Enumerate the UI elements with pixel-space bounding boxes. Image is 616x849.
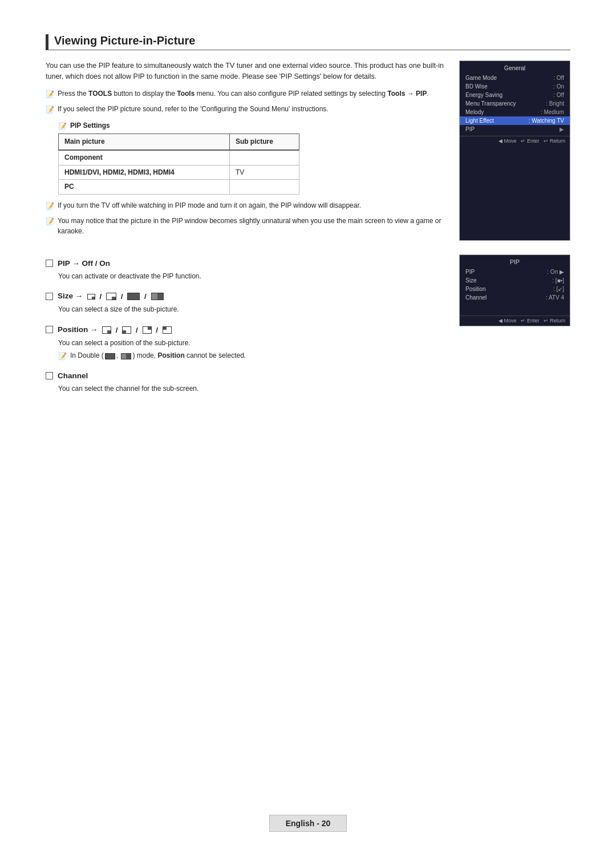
note-icon-2: 📝 — [46, 104, 54, 115]
note-sound: 📝 If you select the PIP picture sound, r… — [46, 104, 448, 115]
position-section: Position → / / / You can s — [46, 325, 448, 362]
pip-off-on-desc: You can activate or deactivate the PIP f… — [58, 271, 448, 282]
pip-menu-screenshot: PIP PIP: On ▶ Size: [■▪] Position: [↙] C… — [459, 254, 570, 326]
table-row: Component — [59, 150, 299, 165]
note-pip-unnatural: 📝 You may notice that the picture in the… — [46, 216, 448, 236]
footer-badge: English - 20 — [269, 815, 347, 832]
size-icon-large-double2 — [151, 293, 164, 300]
pip-menu-item-position: Position: [↙] — [460, 285, 570, 293]
menu-item-pip: PIP▶ — [460, 125, 570, 134]
size-icon-large-double1 — [127, 293, 140, 300]
size-icons: / / / — [87, 292, 164, 301]
table-cell-empty2 — [229, 180, 299, 195]
pip-settings-label: 📝 PIP Settings — [58, 120, 448, 132]
checkbox-icon-2 — [46, 293, 53, 300]
pos-icon-br — [102, 326, 111, 334]
position-icons: / / / — [102, 326, 172, 334]
channel-section: Channel You can select the channel for t… — [46, 371, 448, 394]
footer: English - 20 — [0, 815, 616, 832]
pip-menu-title: PIP — [460, 258, 570, 265]
position-note-text: In Double (, ) mode, Position cannot be … — [70, 350, 246, 361]
pip-menu-item-size: Size: [■▪] — [460, 276, 570, 285]
pip-settings-table: Main picture Sub picture Component HDMI1… — [58, 134, 299, 194]
note-icon-4: 📝 — [46, 201, 54, 211]
pip-menu-item-channel: Channel: ATV 4 — [460, 293, 570, 302]
section-title: Viewing Picture-in-Picture — [46, 34, 570, 50]
note-position: 📝 In Double (, ) mode, Position cannot b… — [58, 350, 448, 361]
note-sound-text: If you select the PIP picture sound, ref… — [58, 104, 448, 115]
note-tools: 📝 Press the TOOLS button to display the … — [46, 88, 448, 99]
menu-item-gamemode: Game Mode: Off — [460, 74, 570, 82]
note-icon-3: 📝 — [58, 121, 67, 132]
note-icon-1: 📝 — [46, 89, 54, 99]
table-cell-component: Component — [59, 150, 230, 165]
size-icon-small — [87, 294, 95, 300]
intro-paragraph: You can use the PIP feature to simultane… — [46, 60, 448, 83]
size-desc: You can select a size of the sub-picture… — [58, 304, 448, 315]
pip-menu-item-pip: PIP: On ▶ — [460, 268, 570, 276]
size-header: Size → / / / — [46, 292, 448, 301]
menu-bottom-bar: ◀ Move ↵ Enter ↩ Return — [460, 136, 570, 144]
channel-header: Channel — [46, 371, 448, 380]
size-section: Size → / / / — [46, 292, 448, 315]
pip-off-on-label: PIP → Off / On — [58, 259, 110, 268]
pip-off-on-header: PIP → Off / On — [46, 259, 448, 268]
pos-icon-tr — [143, 326, 152, 334]
menu-title: General — [460, 64, 570, 71]
position-header: Position → / / / — [46, 325, 448, 334]
menu-item-bdwise: BD Wise: On — [460, 82, 570, 91]
checkbox-icon-3 — [46, 326, 53, 333]
note-tools-text: Press the TOOLS button to display the To… — [58, 88, 448, 99]
table-cell-hdmi: HDMI1/DVI, HDMI2, HDMI3, HDMI4 — [59, 165, 230, 180]
table-row: PC — [59, 180, 299, 195]
menu-item-melody: Melody: Medium — [460, 108, 570, 116]
pos-icon-tl — [163, 326, 172, 334]
table-header-main: Main picture — [59, 134, 230, 150]
note-icon-6: 📝 — [58, 351, 67, 361]
checkbox-icon-4 — [46, 372, 53, 379]
pip-menu-bottom-bar: ◀ Move ↵ Enter ↩ Return — [460, 316, 570, 324]
menu-item-menutransparency: Menu Transparency: Bright — [460, 99, 570, 108]
channel-label: Channel — [58, 371, 88, 380]
note-icon-5: 📝 — [46, 216, 54, 236]
size-icon-medium — [106, 293, 116, 300]
pip-off-on-section: PIP → Off / On You can activate or deact… — [46, 259, 448, 282]
checkbox-icon-1 — [46, 260, 53, 267]
pos-icon-bl — [122, 326, 131, 334]
note-pip-off: 📝 If you turn the TV off while watching … — [46, 200, 448, 211]
menu-item-energysaving: Energy Saving: Off — [460, 91, 570, 99]
table-cell-empty1 — [229, 150, 299, 165]
note-pip-unnatural-text: You may notice that the picture in the P… — [58, 216, 448, 236]
position-label: Position → / / / — [58, 325, 172, 334]
table-header-sub: Sub picture — [229, 134, 299, 150]
note-pip-off-text: If you turn the TV off while watching in… — [58, 200, 448, 211]
position-desc: You can select a position of the sub-pic… — [58, 338, 448, 349]
position-body: You can select a position of the sub-pic… — [58, 338, 448, 362]
table-cell-pc: PC — [59, 180, 230, 195]
menu-item-lighteffect: Light Effect: Watching TV — [460, 116, 570, 125]
table-cell-tv: TV — [229, 165, 299, 180]
table-row: HDMI1/DVI, HDMI2, HDMI3, HDMI4 TV — [59, 165, 299, 180]
general-menu-screenshot: General Game Mode: Off BD Wise: On Energ… — [459, 60, 570, 241]
channel-desc: You can select the channel for the sub-s… — [58, 383, 448, 394]
size-label: Size → / / / — [58, 292, 164, 301]
